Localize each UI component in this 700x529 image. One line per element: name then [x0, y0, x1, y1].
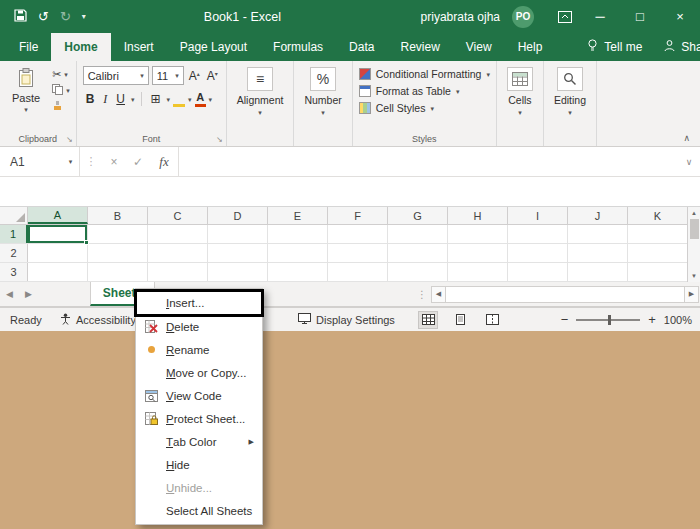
- normal-view-button[interactable]: [418, 311, 438, 329]
- insert-function-icon[interactable]: fx: [150, 147, 178, 176]
- grid-cell[interactable]: [448, 244, 508, 262]
- bold-button[interactable]: B: [83, 93, 98, 105]
- grid-cell[interactable]: [508, 263, 568, 281]
- editing-group[interactable]: Editing ▾: [544, 61, 597, 146]
- tab-formulas[interactable]: Formulas: [260, 33, 336, 61]
- conditional-formatting-button[interactable]: Conditional Formatting ▾: [359, 68, 490, 80]
- hscroll-left-icon[interactable]: ◀: [431, 286, 446, 303]
- grid-cell[interactable]: [208, 244, 268, 262]
- row-header-3[interactable]: 3: [0, 263, 28, 281]
- paste-button[interactable]: Paste ▾: [6, 66, 46, 115]
- row-header-2[interactable]: 2: [0, 244, 28, 262]
- menu-item-delete[interactable]: Delete: [136, 315, 262, 338]
- close-button[interactable]: ×: [660, 0, 700, 33]
- maximize-button[interactable]: □: [620, 0, 660, 33]
- expand-formula-bar-icon[interactable]: ∨: [678, 147, 700, 176]
- grid-cell[interactable]: [88, 263, 148, 281]
- italic-button[interactable]: I: [100, 93, 110, 105]
- grid-cell[interactable]: [448, 263, 508, 281]
- save-icon[interactable]: [14, 9, 27, 25]
- menu-item-protect-sheet[interactable]: Protect Sheet...: [136, 407, 262, 430]
- font-size-select[interactable]: 11 ▾: [152, 66, 184, 85]
- tab-data[interactable]: Data: [336, 33, 387, 61]
- grid-cell[interactable]: [148, 225, 208, 243]
- share-button[interactable]: Share: [650, 33, 700, 61]
- column-header-I[interactable]: I: [508, 207, 568, 224]
- redo-icon[interactable]: ↻: [60, 10, 71, 23]
- grid-cell[interactable]: [88, 244, 148, 262]
- grid-cell[interactable]: [328, 244, 388, 262]
- menu-item-tab-color[interactable]: Tab Color ▶: [136, 430, 262, 453]
- tell-me-box[interactable]: Tell me: [579, 33, 650, 61]
- grid-cell[interactable]: [388, 225, 448, 243]
- tab-file[interactable]: File: [6, 33, 51, 61]
- menu-item-insert[interactable]: Insert...: [136, 291, 262, 315]
- cell-styles-button[interactable]: Cell Styles ▾: [359, 102, 490, 114]
- vertical-scroll-thumb[interactable]: [690, 219, 699, 239]
- grid-cell[interactable]: [88, 225, 148, 243]
- scroll-up-icon[interactable]: ▲: [688, 207, 700, 219]
- grow-font-button[interactable]: A▴: [187, 70, 202, 82]
- grid-cell[interactable]: [328, 225, 388, 243]
- grid-cell[interactable]: [568, 263, 628, 281]
- underline-button[interactable]: U: [113, 93, 128, 105]
- underline-caret-icon[interactable]: ▾: [131, 96, 135, 103]
- grid-cell[interactable]: [28, 263, 88, 281]
- grid-cell[interactable]: [508, 225, 568, 243]
- font-color-button[interactable]: A: [195, 92, 206, 107]
- avatar[interactable]: PO: [512, 6, 534, 28]
- grid-cell[interactable]: [208, 263, 268, 281]
- grid-cell[interactable]: [388, 263, 448, 281]
- menu-item-select-all-sheets[interactable]: Select All Sheets: [136, 499, 262, 522]
- menu-item-move-or-copy[interactable]: Move or Copy...: [136, 361, 262, 384]
- column-header-J[interactable]: J: [568, 207, 628, 224]
- grid-cell[interactable]: [448, 225, 508, 243]
- name-box[interactable]: A1: [0, 147, 62, 176]
- hscroll-track[interactable]: [446, 286, 684, 303]
- fill-color-caret-icon[interactable]: ▾: [188, 96, 192, 103]
- enter-icon[interactable]: ✓: [126, 147, 150, 176]
- user-name[interactable]: priyabrata ojha: [421, 10, 500, 24]
- grid-cell[interactable]: [148, 244, 208, 262]
- tab-home[interactable]: Home: [51, 33, 110, 61]
- zoom-slider[interactable]: [576, 319, 640, 321]
- tab-page-layout[interactable]: Page Layout: [167, 33, 260, 61]
- column-header-K[interactable]: K: [628, 207, 688, 224]
- page-layout-view-button[interactable]: [450, 311, 470, 329]
- column-header-E[interactable]: E: [268, 207, 328, 224]
- borders-button[interactable]: ⊞: [148, 93, 164, 105]
- select-all-corner[interactable]: [0, 207, 28, 224]
- clipboard-dialog-launcher-icon[interactable]: ↘: [66, 136, 73, 144]
- font-dialog-launcher-icon[interactable]: ↘: [216, 136, 223, 144]
- formula-bar-splitter[interactable]: ⋮: [80, 147, 102, 176]
- page-break-preview-button[interactable]: [482, 311, 502, 329]
- column-header-F[interactable]: F: [328, 207, 388, 224]
- row-header-1[interactable]: 1: [0, 225, 28, 243]
- menu-item-rename[interactable]: Rename: [136, 338, 262, 361]
- scrollbar-splitter-icon[interactable]: ⋮: [413, 289, 431, 300]
- undo-icon[interactable]: ↺: [38, 10, 49, 23]
- tab-insert[interactable]: Insert: [111, 33, 167, 61]
- zoom-slider-thumb[interactable]: [608, 315, 611, 325]
- scroll-down-icon[interactable]: ▼: [688, 270, 700, 282]
- display-settings-button[interactable]: Display Settings: [298, 308, 395, 331]
- vertical-scrollbar[interactable]: ▲ ▼: [687, 207, 700, 282]
- copy-button[interactable]: ▾: [52, 84, 70, 97]
- cancel-icon[interactable]: ×: [102, 147, 126, 176]
- zoom-out-icon[interactable]: −: [561, 312, 569, 327]
- zoom-in-icon[interactable]: +: [648, 312, 656, 327]
- hscroll-right-icon[interactable]: ▶: [684, 286, 699, 303]
- horizontal-scrollbar[interactable]: ⋮ ◀ ▶: [413, 286, 699, 303]
- grid-cell[interactable]: [28, 244, 88, 262]
- column-header-A[interactable]: A: [28, 207, 88, 224]
- accessibility-checker[interactable]: Accessibility: [60, 308, 136, 331]
- number-group[interactable]: % Number ▾: [294, 61, 352, 146]
- grid-cell[interactable]: [268, 244, 328, 262]
- column-header-H[interactable]: H: [448, 207, 508, 224]
- cells-group[interactable]: Cells ▾: [497, 61, 544, 146]
- grid-cell[interactable]: [148, 263, 208, 281]
- tab-review[interactable]: Review: [387, 33, 452, 61]
- name-box-caret-icon[interactable]: ▾: [62, 147, 80, 176]
- grid-cell[interactable]: [628, 263, 688, 281]
- minimize-button[interactable]: ─: [580, 0, 620, 33]
